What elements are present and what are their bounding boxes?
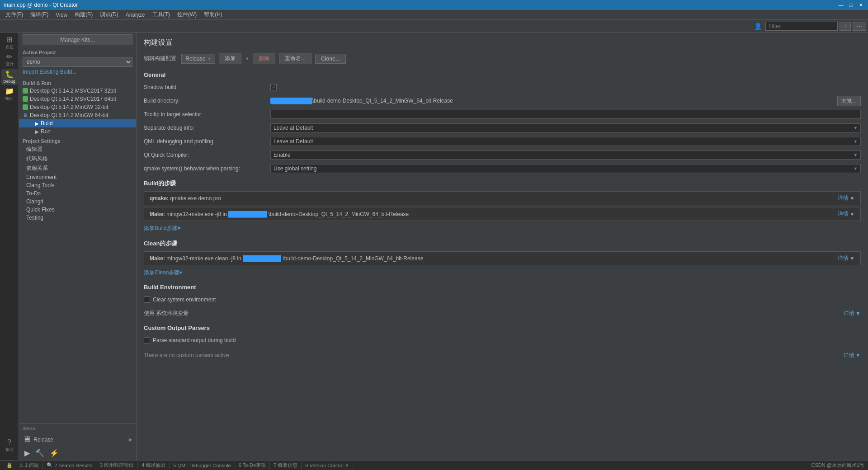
- menu-file[interactable]: 文件(F): [2, 10, 27, 19]
- title-bar: main.cpp @ demo - Qt Creator — □ ✕: [0, 0, 868, 10]
- settings-dependencies[interactable]: 依赖关系: [19, 164, 136, 173]
- kit-build-sub[interactable]: ▶ Build: [19, 119, 136, 127]
- status-app-output[interactable]: 3 应用程序输出: [96, 462, 138, 469]
- menu-controls[interactable]: 控件(W): [174, 10, 200, 19]
- status-issues[interactable]: ⚠ 1 问题: [15, 462, 43, 469]
- left-sidebar: Manage Kits... Active Project demo Impor…: [19, 33, 137, 460]
- menu-help[interactable]: 帮助(H): [200, 10, 226, 19]
- status-todo[interactable]: 6 To-Do事项: [235, 462, 270, 469]
- menu-analyze[interactable]: Analyze: [122, 11, 149, 19]
- menu-debug[interactable]: 调试(D): [96, 10, 122, 19]
- filter-input[interactable]: [765, 22, 838, 31]
- config-label: 编辑构建配置:: [144, 55, 178, 62]
- project-settings-label: Project Settings: [19, 136, 136, 145]
- panel-title: 构建设置: [144, 38, 861, 47]
- clean-details-btn[interactable]: 详情 ▼: [838, 254, 855, 262]
- activity-debug[interactable]: 🐛 Debug: [1, 69, 18, 85]
- settings-editor[interactable]: 编辑器: [19, 145, 136, 154]
- add-build-step-btn[interactable]: 添加Build步骤▾: [144, 223, 180, 234]
- activity-project[interactable]: 📁 项目: [1, 86, 18, 102]
- settings-code-style[interactable]: 代码风格: [19, 154, 136, 164]
- menu-edit[interactable]: 编辑(E): [27, 10, 52, 19]
- clear-env-checkbox[interactable]: [144, 296, 150, 303]
- add-clean-step-btn[interactable]: 添加Clean步骤▾: [144, 267, 182, 278]
- build-step-qmake: qmake: qmake.exe demo.pro 详情 ▼: [144, 191, 861, 205]
- options-toolbar-btn[interactable]: ⋯: [853, 22, 866, 31]
- settings-environment[interactable]: Environment: [19, 173, 136, 181]
- shadow-build-label: Shadow build:: [144, 84, 270, 90]
- minimize-btn[interactable]: —: [837, 2, 844, 8]
- no-parsers-text: There are no custom parsers active: [144, 350, 229, 360]
- project-dropdown[interactable]: demo: [23, 57, 132, 67]
- run-play-icon: ▶: [35, 129, 39, 134]
- make-details-btn[interactable]: 详情 ▼: [838, 210, 855, 218]
- build-config-row: 编辑构建配置: Release ▼ 添加 ▼ 删除 重命名... Clone..…: [144, 53, 861, 64]
- env-details-btn[interactable]: 详情 ▼: [844, 310, 861, 317]
- qmake-behavior-dropdown[interactable]: Use global setting: [270, 164, 861, 173]
- browse-button[interactable]: 浏览...: [837, 96, 861, 106]
- activity-group-bottom: ? 帮助: [1, 437, 18, 458]
- add-arrow-icon[interactable]: ▼: [245, 56, 249, 61]
- settings-clangd[interactable]: Clangd: [19, 197, 136, 206]
- qt-quick-dropdown[interactable]: Enable: [270, 150, 861, 160]
- status-general-messages[interactable]: 7 概要信息: [270, 462, 302, 469]
- blurred-path-3: ██████████: [243, 255, 281, 262]
- qmake-details-btn[interactable]: 详情 ▼: [838, 194, 855, 202]
- settings-todo[interactable]: To-Do: [19, 189, 136, 197]
- demo-label: demo: [19, 424, 136, 433]
- build-dir-value: ██████████ \build-demo-Desktop_Qt_5_14_2…: [270, 96, 861, 106]
- menu-view[interactable]: View: [52, 11, 71, 19]
- device-release-item[interactable]: 🖥 Release ▶: [19, 433, 136, 446]
- clone-config-btn[interactable]: Clone...: [315, 54, 345, 64]
- build-dir-label: Build directory:: [144, 98, 270, 104]
- activity-help[interactable]: ? 帮助: [1, 437, 18, 454]
- version-control-arrow-icon: ▼: [345, 463, 349, 468]
- build-button[interactable]: 🔨: [33, 448, 46, 458]
- activity-bar: ⊞ 欢迎 ✏ 设计 🐛 Debug 📁 项目: [0, 33, 19, 460]
- play-icon: ▶: [35, 121, 39, 126]
- settings-testing[interactable]: Testing: [19, 214, 136, 222]
- delete-config-btn[interactable]: 删除: [253, 53, 275, 64]
- sep-debug-dropdown[interactable]: Leave at Default: [270, 123, 861, 132]
- activity-design[interactable]: ✏ 设计: [1, 52, 18, 68]
- menu-tools[interactable]: 工具(T): [149, 10, 174, 19]
- add-config-btn[interactable]: 添加: [219, 53, 241, 64]
- parse-output-checkbox[interactable]: [144, 337, 150, 343]
- settings-quick-fixes[interactable]: Quick Fixes: [19, 206, 136, 214]
- add-toolbar-btn[interactable]: +: [840, 22, 851, 31]
- status-search[interactable]: 🔍 2 Search Results: [43, 462, 96, 468]
- import-build-btn[interactable]: Import Existing Build...: [19, 68, 136, 78]
- manage-kits-button[interactable]: Manage Kits...: [23, 34, 132, 45]
- main-layout: ⊞ 欢迎 ✏ 设计 🐛 Debug 📁 项目: [0, 33, 868, 460]
- menu-build[interactable]: 构建(B): [71, 10, 96, 19]
- kit-msvc2017-32bit[interactable]: Desktop Qt 5.14.2 MSVC2017 32bit: [19, 87, 136, 95]
- search-icon: 🔍: [47, 462, 53, 468]
- tooltip-input[interactable]: [270, 110, 861, 119]
- qmake-step-text: qmake: qmake.exe demo.pro: [150, 195, 221, 202]
- activity-welcome[interactable]: ⊞ 欢迎: [1, 34, 18, 51]
- expand-icon: ▶: [129, 437, 132, 442]
- run-button[interactable]: ▶: [23, 448, 32, 458]
- close-btn[interactable]: ✕: [857, 2, 864, 8]
- status-compile-output[interactable]: 4 编译输出: [138, 462, 170, 469]
- compile-output-label: 4 编译输出: [142, 462, 165, 469]
- rename-config-btn[interactable]: 重命名...: [279, 53, 311, 64]
- kit-mingw-32bit[interactable]: Desktop Qt 5.14.2 MinGW 32-bit: [19, 103, 136, 111]
- kit-msvc2017-64bit[interactable]: Desktop Qt 5.14.2 MSVC2017 64bit: [19, 95, 136, 103]
- clean-step-make: Make: mingw32-make.exe clean -j8 in ████…: [144, 251, 861, 265]
- user-icon[interactable]: 👤: [754, 23, 762, 30]
- status-lock-btn[interactable]: 🔒: [4, 462, 15, 468]
- config-dropdown[interactable]: Release ▼: [181, 54, 215, 64]
- qml-debug-dropdown[interactable]: Leave at Default: [270, 137, 861, 146]
- settings-clang-tools[interactable]: Clang Tools: [19, 181, 136, 189]
- status-version-control[interactable]: 8 Version Control ▼: [302, 463, 353, 468]
- status-qml-debugger[interactable]: 5 QML Debugger Console: [170, 463, 235, 468]
- parser-details-btn[interactable]: 详情 ▼: [844, 352, 861, 359]
- build-step-make: Make: mingw32-make.exe -j8 in ██████████…: [144, 207, 861, 221]
- maximize-btn[interactable]: □: [847, 2, 854, 8]
- qt-quick-value: Enable: [270, 150, 861, 160]
- deploy-button[interactable]: ⚡: [48, 448, 61, 458]
- kit-mingw-64bit[interactable]: 🖥 Desktop Qt 5.14.2 MinGW 64-bit: [19, 111, 136, 119]
- shadow-build-checkbox[interactable]: [270, 84, 277, 90]
- kit-run-sub[interactable]: ▶ Run: [19, 127, 136, 136]
